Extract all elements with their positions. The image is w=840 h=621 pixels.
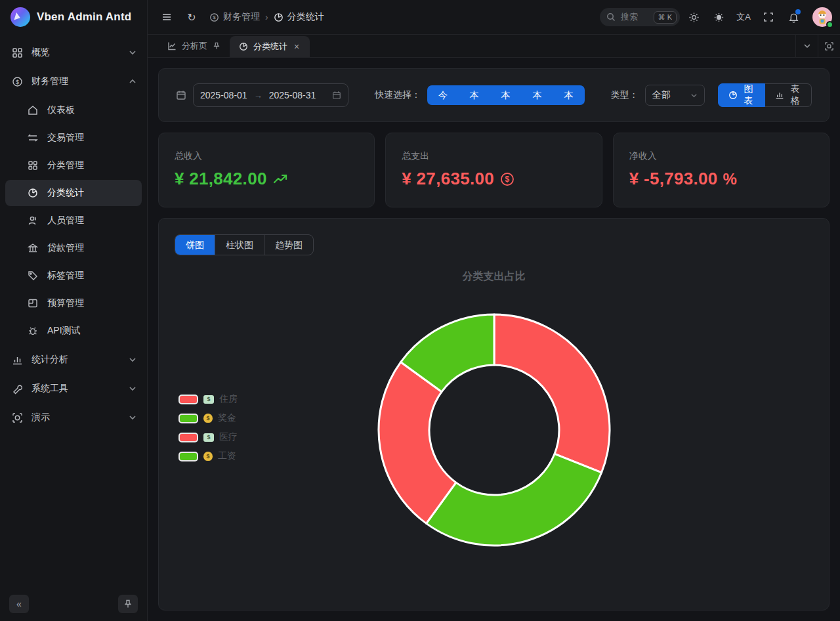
quick-year-button[interactable]: 本年 <box>553 85 585 105</box>
legend-swatch <box>178 452 198 461</box>
chevron-down-icon <box>129 356 136 364</box>
view-chart-button[interactable]: 图表 <box>718 83 765 107</box>
sidebar-item-transactions[interactable]: 交易管理 <box>5 125 142 151</box>
stat-card-expense: 总支出 ¥ 27,635.00 $ <box>385 133 602 207</box>
pin-icon[interactable] <box>213 42 220 50</box>
legend-item-medical[interactable]: $ 医疗 <box>178 431 238 443</box>
notifications-button[interactable] <box>782 6 805 28</box>
quick-month-button[interactable]: 本月 <box>490 85 522 105</box>
sidebar-item-tags[interactable]: 标签管理 <box>5 263 142 289</box>
user-avatar[interactable] <box>812 7 832 27</box>
bar-chart-icon <box>10 354 24 366</box>
type-select-value: 全部 <box>652 89 685 101</box>
maximize-icon <box>824 41 834 51</box>
swap-arrows-icon <box>26 133 39 143</box>
view-table-button[interactable]: 表格 <box>765 83 812 107</box>
refresh-button[interactable]: ↻ <box>180 6 203 28</box>
sidebar-item-finance[interactable]: $ 财务管理 <box>0 67 147 96</box>
sidebar-item-members[interactable]: 人员管理 <box>5 207 142 234</box>
grid-icon <box>10 47 24 58</box>
trending-up-icon <box>272 171 288 187</box>
stat-card-income: 总收入 ¥ 21,842.00 <box>158 133 375 207</box>
pin-sidebar-button[interactable] <box>118 595 138 613</box>
sidebar-item-overview[interactable]: 概览 <box>0 38 147 67</box>
percent-icon: % <box>723 170 738 188</box>
sidebar-item-statistics[interactable]: 统计分析 <box>0 345 147 374</box>
layout-icon <box>26 298 39 309</box>
pie-slice-奖金[interactable] <box>426 454 601 546</box>
sidebar: Vben Admin Antd 概览 $ 财务管理 仪表板 交易管理 <box>0 0 148 621</box>
tab-pie-chart[interactable]: 饼图 <box>175 235 215 255</box>
search-placeholder: 搜索 <box>621 11 648 23</box>
sidebar-item-dashboard[interactable]: 仪表板 <box>5 97 142 123</box>
stat-label: 总支出 <box>402 150 585 162</box>
legend-item-housing[interactable]: $ 住房 <box>178 393 238 405</box>
language-button[interactable]: 文A <box>732 6 755 28</box>
sidebar-item-system-tools[interactable]: 系统工具 <box>0 374 147 403</box>
legend-item-salary[interactable]: $ 工资 <box>178 450 238 462</box>
legend-swatch <box>178 433 198 442</box>
menu-toggle-button[interactable] <box>156 6 178 28</box>
fullscreen-icon <box>763 12 774 22</box>
date-start-value: 2025-08-01 <box>200 90 247 100</box>
date-end-value: 2025-08-31 <box>269 90 316 100</box>
quick-today-button[interactable]: 今天 <box>427 85 459 105</box>
search-input[interactable]: 搜索 ⌘ K <box>600 8 680 26</box>
view-toggle: 图表 表格 <box>718 83 812 107</box>
sidebar-item-budget[interactable]: 预算管理 <box>5 290 142 316</box>
type-select[interactable]: 全部 <box>645 85 705 106</box>
collapse-sidebar-button[interactable]: « <box>9 595 29 613</box>
breadcrumb-category-stats: 分类统计 <box>274 11 324 23</box>
bar-chart-icon <box>775 91 784 100</box>
app-window: Vben Admin Antd 概览 $ 财务管理 仪表板 交易管理 <box>0 0 840 621</box>
line-chart-icon <box>167 41 177 51</box>
legend-item-bonus[interactable]: $ 奖金 <box>178 412 238 424</box>
breadcrumb-finance[interactable]: $ 财务管理 <box>209 11 260 23</box>
breadcrumb-separator: › <box>265 12 268 22</box>
tab-list-dropdown-button[interactable] <box>795 35 818 57</box>
svg-text:$: $ <box>213 14 216 20</box>
fullscreen-button[interactable] <box>757 6 780 28</box>
stat-cards: 总收入 ¥ 21,842.00 总支出 ¥ 27,635.00 $ 净收入 <box>158 133 830 207</box>
pie-slice-住房[interactable] <box>494 314 610 473</box>
bank-icon <box>26 243 39 253</box>
chevron-down-icon <box>129 414 136 421</box>
wrench-icon <box>10 383 24 395</box>
quick-week-button[interactable]: 本周 <box>459 85 490 105</box>
money-bag-emoji: $ <box>203 452 213 461</box>
chart-legend: $ 住房 $ 奖金 $ 医疗 $ <box>178 393 238 462</box>
sidebar-item-categories[interactable]: 分类管理 <box>5 152 142 179</box>
chevron-down-icon <box>129 385 136 393</box>
gear-icon <box>688 12 700 23</box>
hamburger-icon <box>161 12 172 22</box>
chevron-down-icon <box>690 92 698 99</box>
tab-bar: 分析页 分类统计 × <box>148 34 840 58</box>
close-tab-icon[interactable]: × <box>293 41 301 52</box>
tab-analysis[interactable]: 分析页 <box>158 35 230 57</box>
tab-category-stats[interactable]: 分类统计 × <box>230 36 310 57</box>
search-icon <box>606 12 616 22</box>
quick-quarter-button[interactable]: 本季 <box>522 85 553 105</box>
legend-swatch <box>178 395 198 404</box>
tab-trend-chart[interactable]: 趋势图 <box>264 235 313 255</box>
chevron-down-icon <box>129 49 136 56</box>
sidebar-item-api-test[interactable]: API测试 <box>5 318 142 344</box>
sidebar-item-category-stats[interactable]: 分类统计 <box>5 180 142 206</box>
pie-chart-icon <box>274 12 284 22</box>
calendar-icon <box>176 90 186 100</box>
chevron-up-icon <box>129 77 136 85</box>
calendar-icon <box>332 91 341 100</box>
sidebar-item-loans[interactable]: 贷款管理 <box>5 235 142 261</box>
logo[interactable]: Vben Admin Antd <box>0 0 147 34</box>
maximize-content-button[interactable] <box>818 35 840 57</box>
date-range-input[interactable]: 2025-08-01 → 2025-08-31 <box>193 83 348 107</box>
theme-toggle-button[interactable] <box>707 6 730 28</box>
tab-bar-chart[interactable]: 柱状图 <box>215 235 264 255</box>
range-arrow-icon: → <box>254 91 262 100</box>
grid-icon <box>26 160 39 171</box>
sidebar-item-demo[interactable]: 演示 <box>0 403 147 432</box>
stat-value-expense: ¥ 27,635.00 $ <box>402 169 585 189</box>
chart-type-tabs: 饼图 柱状图 趋势图 <box>175 234 314 255</box>
settings-button[interactable] <box>682 6 705 28</box>
pie-chart-icon <box>26 188 39 198</box>
